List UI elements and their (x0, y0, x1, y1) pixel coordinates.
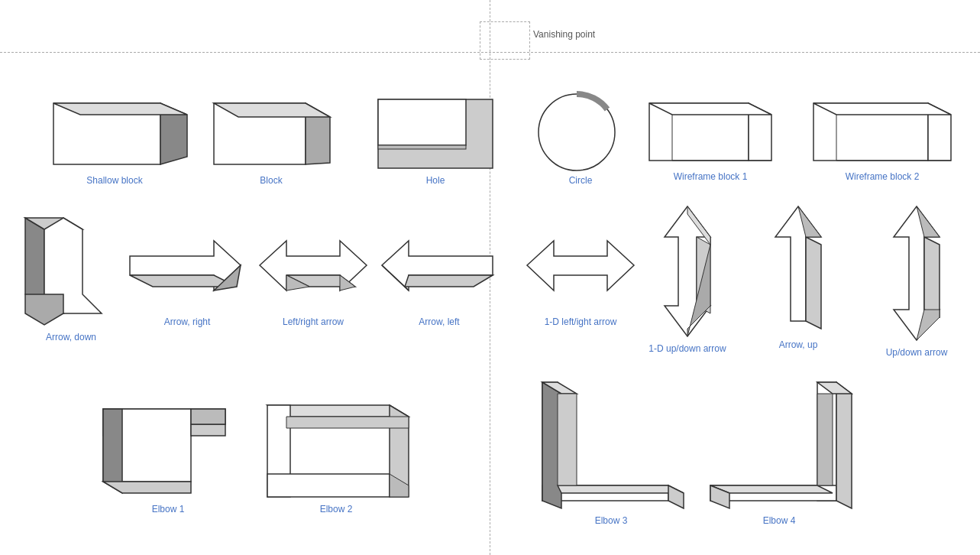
arrow-left-label: Arrow, left (374, 316, 504, 327)
shape-shallow-block[interactable]: Shallow block (38, 96, 191, 186)
svg-marker-52 (103, 482, 191, 493)
elbow-1-label: Elbow 1 (92, 504, 244, 514)
shape-updown-arrow[interactable]: Up/down arrow (867, 203, 966, 358)
1d-updown-arrow-label: 1-D up/down arrow (642, 343, 733, 354)
svg-marker-68 (836, 382, 852, 508)
wireframe-block-2-label: Wireframe block 2 (806, 171, 959, 182)
arrow-right-label: Arrow, right (122, 316, 252, 327)
shape-1d-leftright-arrow[interactable]: 1-D left/ight arrow (516, 222, 645, 327)
svg-rect-55 (267, 474, 390, 497)
leftright-arrow-label: Left/right arrow (248, 316, 378, 327)
svg-marker-64 (668, 485, 684, 508)
shape-leftright-arrow[interactable]: Left/right arrow (248, 222, 378, 327)
shape-wireframe-block-2[interactable]: Wireframe block 2 (806, 92, 959, 182)
arrow-up-label: Arrow, up (749, 339, 848, 350)
shape-arrow-left[interactable]: Arrow, left (374, 222, 504, 327)
shape-block[interactable]: Block (206, 96, 336, 186)
1d-leftright-arrow-label: 1-D left/ight arrow (516, 316, 645, 327)
svg-marker-12 (649, 103, 771, 115)
vanishing-point-box (480, 21, 530, 60)
svg-marker-40 (806, 237, 821, 329)
updown-arrow-label: Up/down arrow (867, 347, 966, 358)
shape-arrow-right[interactable]: Arrow, right (122, 222, 252, 327)
svg-marker-32 (405, 275, 493, 287)
circle-label: Circle (535, 175, 626, 186)
shape-elbow-1[interactable]: Elbow 1 (92, 363, 244, 514)
svg-marker-63 (558, 485, 684, 493)
shape-elbow-3[interactable]: Elbow 3 (535, 359, 687, 526)
svg-marker-70 (710, 485, 833, 493)
block-label: Block (206, 175, 336, 186)
wireframe-block-1-label: Wireframe block 1 (642, 171, 779, 182)
svg-marker-51 (103, 409, 122, 493)
elbow-2-label: Elbow 2 (260, 504, 412, 514)
shape-1d-updown-arrow[interactable]: 1-D up/down arrow (642, 203, 733, 354)
svg-rect-8 (378, 145, 466, 149)
shape-elbow-4[interactable]: Elbow 4 (703, 359, 855, 526)
svg-marker-72 (817, 394, 833, 485)
vanishing-point-label: Vanishing point (533, 29, 595, 40)
shallow-block-label: Shallow block (38, 175, 191, 186)
svg-rect-7 (378, 99, 466, 145)
svg-marker-23 (25, 294, 63, 325)
svg-marker-49 (191, 424, 225, 436)
hole-label: Hole (374, 175, 496, 186)
svg-marker-50 (191, 409, 225, 424)
shape-arrow-down[interactable]: Arrow, down (21, 210, 121, 342)
arrow-down-label: Arrow, down (21, 332, 121, 342)
shape-elbow-2[interactable]: Elbow 2 (260, 363, 412, 514)
svg-marker-43 (924, 237, 940, 317)
shape-circle[interactable]: Circle (535, 88, 626, 186)
svg-marker-65 (558, 394, 577, 485)
svg-marker-58 (286, 417, 409, 428)
elbow-3-label: Elbow 3 (535, 515, 687, 526)
shape-arrow-up[interactable]: Arrow, up (749, 203, 848, 350)
elbow-4-label: Elbow 4 (703, 515, 855, 526)
svg-marker-17 (813, 103, 951, 115)
shape-wireframe-block-1[interactable]: Wireframe block 1 (642, 92, 779, 182)
svg-marker-34 (527, 241, 634, 290)
shape-hole[interactable]: Hole (374, 96, 496, 186)
